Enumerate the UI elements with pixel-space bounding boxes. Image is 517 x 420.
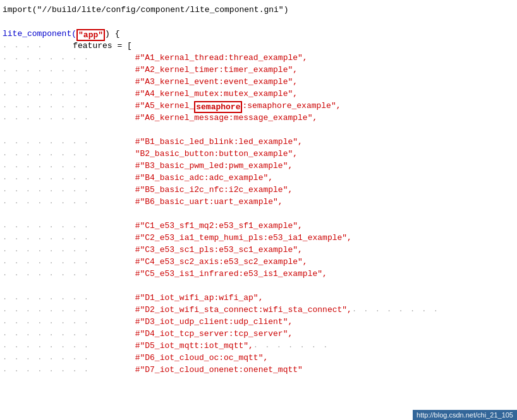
func-declaration: lite_component("app") { [0, 29, 517, 41]
dots-c1: . . . . . . . . [3, 221, 95, 230]
dots-a3: . . . . . . . . [3, 77, 95, 86]
text-d7: #"D7_iot_cloud_onenet:onenet_mqtt" [95, 365, 303, 375]
empty-line-1 [0, 17, 517, 29]
dots-c2: . . . . . . . . [3, 233, 95, 242]
dots-a1: . . . . . . . . [3, 53, 95, 62]
code-editor: import("//build/lite/config/component/li… [0, 0, 517, 420]
line-c2: . . . . . . . . #"C2_e53_ia1_temp_humi_p… [0, 233, 517, 245]
bottom-url: http://blog.csdn.net/chi_21_105 [417, 411, 513, 419]
text-b4: #"B4_basic_adc:adc_example", [95, 173, 273, 183]
dots-a2: . . . . . . . . [3, 65, 95, 74]
text-c4: #"C4_e53_sc2_axis:e53_sc2_example", [95, 257, 307, 267]
text-b3: #"B3_basic_pwm_led:pwm_example", [95, 161, 293, 171]
dots-b5: . . . . . . . . [3, 185, 95, 194]
line-c5: . . . . . . . . #"C5_e53_is1_infrared:e5… [0, 269, 517, 281]
line-d3: . . . . . . . . #"D3_iot_udp_client:udp_… [0, 317, 517, 329]
text-a1: #"A1_kernal_thread:thread_example", [95, 53, 307, 63]
line-c3: . . . . . . . . #"C3_e53_sc1_pls:e53_sc1… [0, 245, 517, 257]
dots-d6: . . . . . . . . [3, 353, 95, 362]
text-b1: #"B1_basic_led_blink:led_example", [95, 137, 303, 147]
text-a6: #"A6_kernel_message:message_example", [95, 113, 317, 123]
func-name: lite_component( [3, 29, 76, 39]
dots-d3: . . . . . . . . [3, 317, 95, 326]
features-open: . . . . features = [ [0, 41, 517, 53]
bottom-status-bar: http://blog.csdn.net/chi_21_105 [413, 410, 517, 420]
line-a6: . . . . . . . . #"A6_kernel_message:mess… [0, 113, 517, 125]
line-b4: . . . . . . . . #"B4_basic_adc:adc_examp… [0, 173, 517, 185]
trailing-dots-d5: . . . . . . . [253, 341, 329, 350]
text-a4: #"A4_kernel_mutex:mutex_example", [95, 89, 298, 99]
dots-b2: . . . . . . . . [3, 149, 95, 158]
line-d2: . . . . . . . . #"D2_iot_wifi_sta_connec… [0, 305, 517, 317]
line-d7: . . . . . . . . #"D7_iot_cloud_onenet:on… [0, 365, 517, 377]
trailing-dots-d2: . . . . . . . . [352, 305, 439, 314]
line-d6: . . . . . . . . #"D6_iot_cloud_oc:oc_mqt… [0, 353, 517, 365]
dots-b4: . . . . . . . . [3, 173, 95, 182]
text-d3: #"D3_iot_udp_client:udp_client", [95, 317, 293, 327]
empty-line-2 [0, 125, 517, 137]
line-a4: . . . . . . . . #"A4_kernel_mutex:mutex_… [0, 89, 517, 101]
text-a2: #"A2_kernel_timer:timer_example", [95, 65, 298, 75]
dots-a4: . . . . . . . . [3, 89, 95, 98]
import-line: import("//build/lite/config/component/li… [0, 5, 517, 17]
line-b6: . . . . . . . . #"B6_basic_uart:uart_exa… [0, 197, 517, 209]
import-text: import("//build/lite/config/component/li… [3, 5, 288, 15]
text-a3: #"A3_kernel_event:event_example", [95, 77, 298, 87]
text-c5: #"C5_e53_is1_infrared:e53_is1_example", [95, 269, 327, 279]
line-b2: . . . . . . . . "B2_basic_button:button_… [0, 149, 517, 161]
line-c1: . . . . . . . . #"C1_e53_sf1_mq2:e53_sf1… [0, 221, 517, 233]
dots-b1: . . . . . . . . [3, 137, 95, 146]
text-c3: #"C3_e53_sc1_pls:e53_sc1_example", [95, 245, 303, 255]
dots-c5: . . . . . . . . [3, 269, 95, 278]
dots-b3: . . . . . . . . [3, 161, 95, 170]
line-d4: . . . . . . . . #"D4_iot_tcp_server:tcp_… [0, 329, 517, 341]
text-b5: #"B5_basic_i2c_nfc:i2c_example", [95, 185, 293, 195]
dots-d1: . . . . . . . . [3, 293, 95, 302]
text-a5-suffix: :semaphore_example", [242, 101, 341, 111]
app-label-highlighted: "app" [76, 29, 105, 41]
line-b3: . . . . . . . . #"B3_basic_pwm_led:pwm_e… [0, 161, 517, 173]
dots-d7: . . . . . . . . [3, 365, 95, 374]
line-c4: . . . . . . . . #"C4_e53_sc2_axis:e53_sc… [0, 257, 517, 269]
line-b5: . . . . . . . . #"B5_basic_i2c_nfc:i2c_e… [0, 185, 517, 197]
dots-c3: . . . . . . . . [3, 245, 95, 254]
text-d4: #"D4_iot_tcp_server:tcp_server", [95, 329, 293, 339]
text-c1: #"C1_e53_sf1_mq2:e53_sf1_example", [95, 221, 303, 231]
text-a5-prefix: #"A5_kernel_ [95, 101, 194, 111]
text-b2: "B2_basic_button:button_example", [95, 149, 298, 159]
features-text: features = [ [53, 41, 132, 51]
text-c2: #"C2_e53_ia1_temp_humi_pls:e53_ia1_examp… [95, 233, 352, 243]
dots-a6: . . . . . . . . [3, 113, 95, 122]
dots-c4: . . . . . . . . [3, 257, 95, 266]
text-d5: #"D5_iot_mqtt:iot_mqtt", [95, 341, 253, 351]
text-d2: #"D2_iot_wifi_sta_connect:wifi_sta_conne… [95, 305, 352, 315]
line-a5: . . . . . . . . #"A5_kernel_semaphore:se… [0, 101, 517, 113]
empty-line-4 [0, 281, 517, 293]
dots-d2: . . . . . . . . [3, 305, 95, 314]
dots-a5: . . . . . . . . [3, 101, 95, 110]
dots-d4: . . . . . . . . [3, 329, 95, 338]
line-d1: . . . . . . . . #"D1_iot_wifi_ap:wifi_ap… [0, 293, 517, 305]
line-b1: . . . . . . . . #"B1_basic_led_blink:led… [0, 137, 517, 149]
semaphore-highlight: semaphore [194, 101, 242, 113]
text-d1: #"D1_iot_wifi_ap:wifi_ap", [95, 293, 263, 303]
dots-d5: . . . . . . . . [3, 341, 95, 350]
text-b6: #"B6_basic_uart:uart_example", [95, 197, 283, 207]
func-close: ) { [105, 29, 119, 39]
line-d5: . . . . . . . . #"D5_iot_mqtt:iot_mqtt",… [0, 341, 517, 353]
text-d6: #"D6_iot_cloud_oc:oc_mqtt", [95, 353, 268, 363]
line-a2: . . . . . . . . #"A2_kernel_timer:timer_… [0, 65, 517, 77]
line-a3: . . . . . . . . #"A3_kernel_event:event_… [0, 77, 517, 89]
line-a1: . . . . . . . . #"A1_kernal_thread:threa… [0, 53, 517, 65]
dots-features: . . . . [3, 41, 53, 50]
empty-line-3 [0, 209, 517, 221]
dots-b6: . . . . . . . . [3, 197, 95, 206]
